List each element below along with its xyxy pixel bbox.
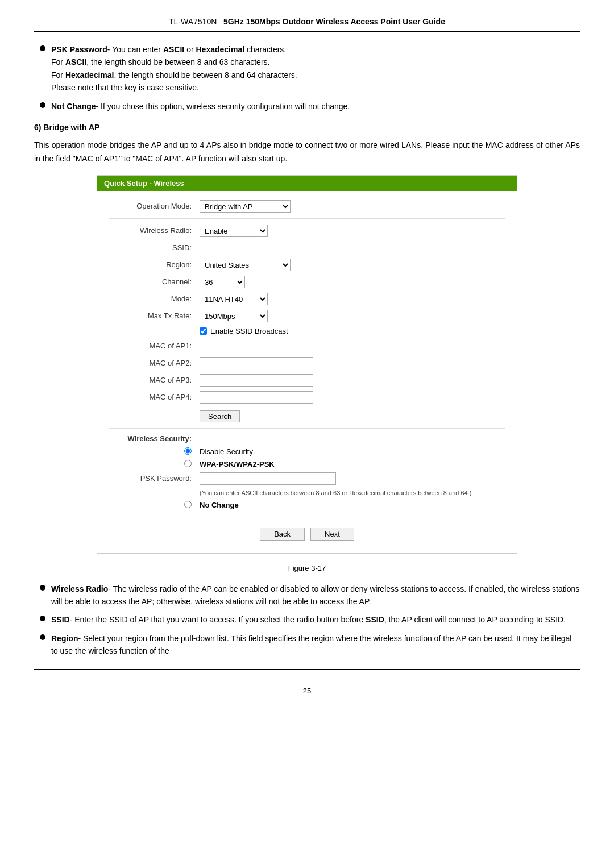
mac-ap4-label: MAC of AP4: (109, 393, 200, 401)
region-control[interactable]: United States (200, 259, 505, 271)
bullet-text-wr: Wireless Radio- The wireless radio of th… (51, 583, 580, 608)
mac-ap1-input[interactable]: 00-75-10-05-05-00 (200, 340, 313, 352)
mac-ap1-row: MAC of AP1: 00-75-10-05-05-00 (109, 340, 505, 352)
mac-ap3-input[interactable] (200, 374, 313, 387)
search-row: Search (109, 408, 505, 422)
security-wpa-label: WPA-PSK/WPA2-PSK (200, 460, 275, 468)
bullet-text-region: Region- Select your region from the pull… (51, 632, 580, 658)
bullet-dot-psk (40, 45, 45, 51)
mac-ap1-label: MAC of AP1: (109, 342, 200, 350)
section-heading: 6) Bridge with AP (34, 123, 580, 132)
next-button[interactable]: Next (310, 528, 354, 541)
bullet-text-ssid: SSID- Enter the SSID of AP that you want… (51, 613, 566, 626)
psk-password-row: PSK Password: (109, 472, 505, 485)
mode-control[interactable]: 11NA HT40 (200, 293, 505, 305)
bullet-dot-wr (40, 585, 45, 591)
operation-mode-row: Operation Mode: Bridge with AP (109, 200, 505, 213)
bullet-wireless-radio: Wireless Radio- The wireless radio of th… (34, 583, 580, 608)
figure-caption: Figure 3-17 (34, 564, 580, 572)
mac-ap4-control[interactable] (200, 391, 505, 404)
body-text: This operation mode bridges the AP and u… (34, 139, 580, 166)
wireless-security-row: Wireless Security: (109, 434, 505, 443)
channel-select[interactable]: 36 (200, 276, 245, 288)
bullet-text-notchange: Not Change- If you chose this option, wi… (51, 100, 350, 113)
bullet-ssid: SSID- Enter the SSID of AP that you want… (34, 613, 580, 626)
psk-password-control[interactable] (200, 472, 505, 485)
bullet-notchange: Not Change- If you chose this option, wi… (34, 100, 580, 113)
region-select[interactable]: United States (200, 259, 291, 271)
page-bottom-divider (34, 669, 580, 670)
psk-hint: (You can enter ASCII characters between … (200, 489, 505, 496)
region-label: Region: (109, 260, 200, 269)
security-disable-label: Disable Security (200, 447, 253, 456)
ssid-broadcast-row[interactable]: Enable SSID Broadcast (200, 327, 505, 335)
ssid-broadcast-checkbox[interactable] (200, 327, 207, 335)
security-disable-row: Disable Security (109, 447, 505, 456)
operation-mode-control[interactable]: Bridge with AP (200, 200, 505, 213)
mac-ap2-row: MAC of AP2: (109, 357, 505, 369)
mac-ap3-control[interactable] (200, 374, 505, 387)
bullet-region: Region- Select your region from the pull… (34, 632, 580, 658)
mac-ap2-control[interactable] (200, 357, 505, 369)
mac-ap4-input[interactable] (200, 391, 313, 404)
mode-select[interactable]: 11NA HT40 (200, 293, 268, 305)
security-nochange-label: No Change (200, 501, 239, 509)
mac-ap3-row: MAC of AP3: (109, 374, 505, 387)
channel-control[interactable]: 36 (200, 276, 505, 288)
wireless-radio-label: Wireless Radio: (109, 226, 200, 235)
mode-row: Mode: 11NA HT40 (109, 293, 505, 305)
mode-label: Mode: (109, 294, 200, 303)
button-row: Back Next (109, 522, 505, 544)
mac-ap4-row: MAC of AP4: (109, 391, 505, 404)
operation-mode-label: Operation Mode: (109, 202, 200, 210)
ssid-control[interactable]: TP-LINK_050500 (200, 242, 505, 254)
wireless-security-label: Wireless Security: (109, 434, 200, 443)
page-title: 5GHz 150Mbps Outdoor Wireless Access Poi… (223, 17, 445, 26)
wireless-radio-control[interactable]: Enable (200, 225, 505, 237)
bullet-psk: PSK Password- You can enter ASCII or Hex… (34, 43, 580, 94)
psk-label: PSK Password (51, 45, 107, 54)
ssid-broadcast-label: Enable SSID Broadcast (210, 327, 288, 335)
mac-ap2-input[interactable] (200, 357, 313, 369)
max-tx-rate-control[interactable]: 150Mbps (200, 310, 505, 322)
max-tx-rate-label: Max Tx Rate: (109, 312, 200, 320)
mac-ap2-label: MAC of AP2: (109, 359, 200, 367)
security-nochange-radio[interactable] (184, 501, 192, 508)
security-wpa-radio-col[interactable] (109, 460, 200, 469)
qs-panel-title: Quick Setup - Wireless (97, 176, 517, 191)
psk-password-label: PSK Password: (109, 474, 200, 483)
wireless-radio-select[interactable]: Enable (200, 225, 268, 237)
mac-ap3-label: MAC of AP3: (109, 376, 200, 384)
ssid-row: SSID: TP-LINK_050500 (109, 242, 505, 254)
security-wpa-row: WPA-PSK/WPA2-PSK (109, 460, 505, 469)
search-control[interactable]: Search (200, 408, 505, 422)
operation-mode-select[interactable]: Bridge with AP (200, 200, 291, 213)
region-row: Region: United States (109, 259, 505, 271)
security-disable-radio-col[interactable] (109, 447, 200, 456)
ssid-input[interactable]: TP-LINK_050500 (200, 242, 313, 254)
max-tx-rate-row: Max Tx Rate: 150Mbps (109, 310, 505, 322)
page-number: 25 (34, 687, 580, 695)
ssid-label: SSID: (109, 243, 200, 252)
search-button[interactable]: Search (200, 410, 240, 422)
security-disable-radio[interactable] (184, 447, 192, 455)
wireless-radio-row: Wireless Radio: Enable (109, 225, 505, 237)
back-button[interactable]: Back (260, 528, 305, 541)
model-number: TL-WA7510N (169, 17, 217, 26)
channel-row: Channel: 36 (109, 276, 505, 288)
max-tx-rate-select[interactable]: 150Mbps (200, 310, 268, 322)
bullet-dot-region (40, 634, 45, 640)
mac-ap1-control[interactable]: 00-75-10-05-05-00 (200, 340, 505, 352)
bullet-text-psk: PSK Password- You can enter ASCII or Hex… (51, 43, 297, 94)
bottom-bullets: Wireless Radio- The wireless radio of th… (34, 583, 580, 658)
bullet-dot-notchange (40, 102, 45, 108)
bullet-dot-ssid (40, 616, 45, 621)
top-bullets: PSK Password- You can enter ASCII or Hex… (34, 43, 580, 113)
security-wpa-radio[interactable] (184, 460, 192, 467)
security-nochange-radio-col[interactable] (109, 501, 200, 510)
psk-password-input[interactable] (200, 472, 336, 485)
security-nochange-row: No Change (109, 501, 505, 510)
quick-setup-panel: Quick Setup - Wireless Operation Mode: B… (97, 175, 517, 554)
channel-label: Channel: (109, 277, 200, 286)
qs-body: Operation Mode: Bridge with AP Wireless … (97, 191, 517, 553)
